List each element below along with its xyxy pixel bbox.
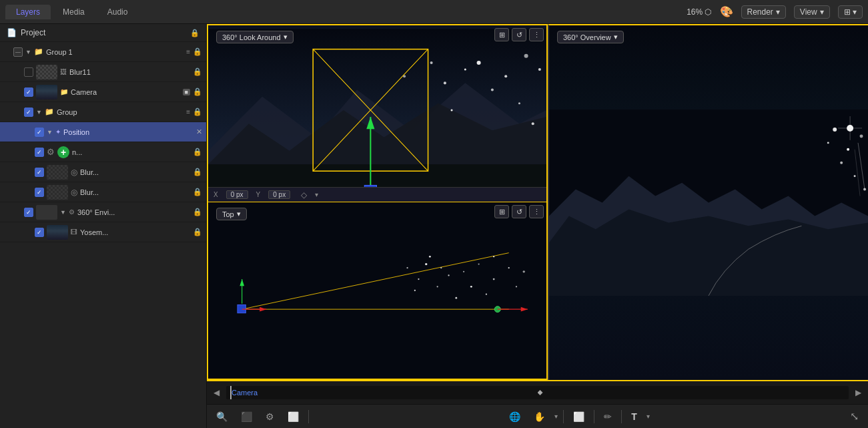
globe-button[interactable]: 🌐 xyxy=(505,409,524,424)
render-button[interactable]: Render ▾ xyxy=(741,5,786,19)
checkbox-addon[interactable] xyxy=(35,148,44,157)
left-panel: 📄 Project 🔒 ▼ 📁 Group 1 ≡ 🔒 🖼 Blur11 🔒 xyxy=(0,24,207,428)
render-chevron: ▾ xyxy=(776,7,780,17)
project-name: 📄 Project xyxy=(7,28,45,37)
checkbox-blur1[interactable] xyxy=(35,168,44,177)
collapse-icon4: ▼ xyxy=(60,209,66,216)
layer-row[interactable]: ◎ Blur... 🔒 xyxy=(0,182,206,202)
svg-rect-48 xyxy=(238,304,246,312)
settings-button[interactable]: ⚙ xyxy=(262,409,278,424)
checkbox-camera[interactable] xyxy=(24,87,33,97)
viewport-dropdown-bottom[interactable]: Top ▾ xyxy=(216,208,247,220)
lock-icon: 🔒 xyxy=(190,29,199,37)
thumb-blur2 xyxy=(47,185,68,200)
project-label: Project xyxy=(21,28,45,37)
more-icon-btn-b[interactable]: ⋮ xyxy=(529,205,544,218)
env360-icon: ⚙ xyxy=(69,208,75,216)
tab-layers[interactable]: Layers xyxy=(5,5,51,19)
layer-label-env360: 360° Envi... xyxy=(77,208,190,216)
color-picker-icon[interactable]: 🎨 xyxy=(720,5,733,18)
layers-toggle-button[interactable]: ⬛ xyxy=(237,409,256,424)
layout-button[interactable]: ⊞ ▾ xyxy=(838,5,863,19)
refresh-icon-btn[interactable]: ↺ xyxy=(512,28,526,41)
svg-point-33 xyxy=(455,297,457,299)
rect-select-button[interactable]: ⬜ xyxy=(569,409,588,424)
checkbox-yosem[interactable] xyxy=(35,228,44,237)
behavior-icon: ≡ xyxy=(186,48,190,55)
lock-blur11: 🔒 xyxy=(193,67,202,76)
layer-row-position[interactable]: ▼ ✦ Position ✕ xyxy=(0,122,206,142)
svg-point-32 xyxy=(437,286,438,287)
top-view-svg xyxy=(208,202,546,379)
checkbox-group1[interactable] xyxy=(13,47,23,57)
lock-camera: 🔒 xyxy=(193,87,202,96)
svg-rect-24 xyxy=(208,234,546,347)
layer-label-position: Position xyxy=(63,128,193,136)
hand-dropdown[interactable]: ▾ xyxy=(554,413,558,420)
lock-blur2: 🔒 xyxy=(193,188,202,196)
svg-point-35 xyxy=(414,290,416,291)
group-icon: 📁 xyxy=(34,47,43,56)
add-plus-icon[interactable]: + xyxy=(57,146,69,158)
grid-icon-btn-b[interactable]: ⊞ xyxy=(494,205,509,218)
search-button[interactable]: 🔍 xyxy=(212,409,232,424)
refresh-icon-btn-b[interactable]: ↺ xyxy=(512,205,526,218)
export-button[interactable]: ⬜ xyxy=(284,409,303,424)
top-bar: Layers Media Audio 16% ⬡ 🎨 Render ▾ View… xyxy=(0,0,868,24)
keyframe-menu-btn[interactable]: ▾ xyxy=(315,191,318,198)
svg-point-36 xyxy=(406,267,408,268)
timeline-start-btn[interactable]: ◀ xyxy=(211,387,222,399)
main-content: 📄 Project 🔒 ▼ 📁 Group 1 ≡ 🔒 🖼 Blur11 🔒 xyxy=(0,24,868,428)
lock-group1: 🔒 xyxy=(193,47,202,56)
expand-button[interactable]: ⤡ xyxy=(846,408,863,425)
svg-point-56 xyxy=(854,175,856,177)
lock-blur1: 🔒 xyxy=(193,168,202,176)
keyframe-btn[interactable]: ◇ xyxy=(301,190,307,200)
checkbox-position[interactable] xyxy=(35,128,44,137)
text-button[interactable]: T xyxy=(627,409,641,424)
viewport-icons-right-bottom: ⊞ ↺ ⋮ xyxy=(494,205,544,218)
layer-row[interactable]: ▼ 📁 Group 1 ≡ 🔒 xyxy=(0,42,206,62)
effect-circle-icon2: ◎ xyxy=(71,188,77,197)
layer-row[interactable]: ◎ Blur... 🔒 xyxy=(0,162,206,182)
svg-point-54 xyxy=(833,128,837,132)
checkbox-env360[interactable] xyxy=(24,208,33,217)
close-position[interactable]: ✕ xyxy=(196,128,202,136)
tab-audio[interactable]: Audio xyxy=(97,5,139,19)
layer-row[interactable]: ▼ 📁 Group ≡ 🔒 xyxy=(0,102,206,122)
checkbox-blur2[interactable] xyxy=(35,188,44,197)
view-button[interactable]: View ▾ xyxy=(794,5,830,19)
paint-button[interactable]: ✏ xyxy=(600,409,616,424)
thumb-blur11 xyxy=(36,65,57,79)
viewport-header-right: 360° Overview ▾ xyxy=(552,28,629,46)
svg-point-30 xyxy=(429,256,431,258)
checkbox-blur11[interactable] xyxy=(24,67,33,77)
layer-row[interactable]: ⚙ + n... 🔒 xyxy=(0,142,206,162)
timeline-playhead[interactable] xyxy=(230,386,232,399)
layer-label-blur11: Blur11 xyxy=(69,68,190,76)
svg-point-39 xyxy=(486,294,487,295)
layer-row[interactable]: 📁 Camera ■ 🔒 xyxy=(0,82,206,102)
layer-row[interactable]: ▼ ⚙ 360° Envi... 🔒 xyxy=(0,202,206,222)
layer-label-addon: n... xyxy=(72,148,190,156)
lock-yosem: 🔒 xyxy=(193,228,202,236)
layer-label-blur2: Blur... xyxy=(80,188,190,196)
hand-button[interactable]: ✋ xyxy=(530,409,549,424)
layer-row[interactable]: 🎞 Yosem... 🔒 xyxy=(0,222,206,242)
svg-marker-47 xyxy=(521,307,528,312)
text-dropdown[interactable]: ▾ xyxy=(646,413,650,420)
viewport-icons-right-top: ⊞ ↺ ⋮ xyxy=(494,28,544,41)
viewport-dropdown-right[interactable]: 360° Overview ▾ xyxy=(557,31,624,43)
timeline-end-btn[interactable]: ▶ xyxy=(853,387,864,399)
viewport-dropdown-top[interactable]: 360° Look Around ▾ xyxy=(216,31,294,43)
more-icon-btn[interactable]: ⋮ xyxy=(529,28,544,41)
checkbox-group2[interactable] xyxy=(24,108,33,117)
zoom-value[interactable]: 16% ⬡ xyxy=(687,7,711,17)
thumb-yosem xyxy=(47,225,68,240)
svg-point-44 xyxy=(493,256,494,257)
layer-row[interactable]: 🖼 Blur11 🔒 xyxy=(0,62,206,82)
timeline-marker-diamond[interactable] xyxy=(538,390,543,395)
grid-icon-btn[interactable]: ⊞ xyxy=(494,28,509,41)
svg-point-58 xyxy=(860,134,863,138)
tab-media[interactable]: Media xyxy=(52,5,95,19)
